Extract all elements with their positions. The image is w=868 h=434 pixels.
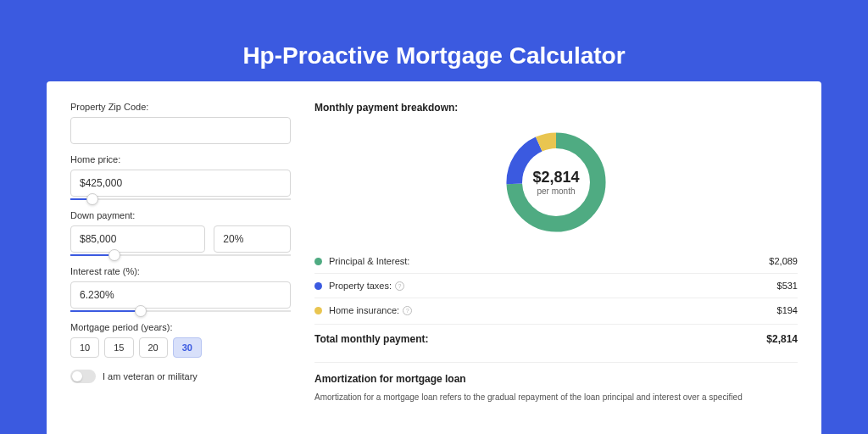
amortization-text: Amortization for a mortgage loan refers …: [314, 392, 798, 403]
page-title: Hp-Proactive Mortgage Calculator: [47, 42, 821, 70]
period-buttons: 10152030: [70, 337, 291, 358]
down-payment-slider[interactable]: [70, 254, 291, 256]
donut-chart: $2,814 per month: [501, 127, 611, 237]
total-label: Total monthly payment:: [314, 333, 766, 345]
legend-dot: [314, 258, 322, 265]
info-icon[interactable]: ?: [403, 306, 412, 315]
divider: [314, 362, 798, 363]
amortization-title: Amortization for mortgage loan: [314, 373, 798, 385]
period-btn-20[interactable]: 20: [139, 337, 168, 358]
total-value: $2,814: [766, 333, 798, 345]
period-label: Mortgage period (years):: [70, 322, 291, 332]
home-price-input[interactable]: [70, 170, 291, 197]
home-price-slider[interactable]: [70, 198, 291, 200]
down-payment-label: Down payment:: [70, 210, 291, 220]
breakdown-title: Monthly payment breakdown:: [314, 102, 798, 114]
legend-row: Principal & Interest:$2,089: [314, 249, 798, 273]
legend-label: Property taxes:?: [329, 281, 777, 291]
veteran-toggle[interactable]: [70, 370, 96, 383]
legend-dot: [314, 282, 322, 290]
legend-dot: [314, 307, 322, 314]
rate-label: Interest rate (%):: [70, 266, 291, 276]
legend-row: Home insurance:?$194: [314, 298, 798, 322]
veteran-label: I am veteran or military: [103, 371, 198, 381]
period-btn-30[interactable]: 30: [173, 337, 202, 358]
home-price-label: Home price:: [70, 154, 291, 164]
period-btn-10[interactable]: 10: [70, 337, 99, 358]
period-btn-15[interactable]: 15: [104, 337, 133, 358]
donut-amount: $2,814: [532, 169, 579, 186]
results-panel: Monthly payment breakdown: $2,814 per mo…: [314, 102, 798, 417]
legend-value: $194: [777, 305, 798, 315]
zip-label: Property Zip Code:: [70, 102, 291, 112]
legend-value: $531: [777, 281, 798, 291]
legend-value: $2,089: [769, 256, 798, 266]
rate-slider[interactable]: [70, 310, 291, 312]
zip-input[interactable]: [70, 117, 291, 144]
rate-input[interactable]: [70, 281, 291, 309]
info-icon[interactable]: ?: [395, 281, 404, 291]
donut-sub: per month: [532, 186, 579, 196]
legend: Principal & Interest:$2,089Property taxe…: [314, 249, 798, 322]
down-payment-pct-input[interactable]: [214, 225, 291, 253]
legend-row: Property taxes:?$531: [314, 273, 798, 298]
legend-label: Principal & Interest:: [329, 256, 769, 266]
down-payment-input[interactable]: [70, 225, 205, 253]
legend-label: Home insurance:?: [329, 305, 777, 315]
calculator-card: Property Zip Code: Home price: Down paym…: [47, 81, 821, 434]
form-panel: Property Zip Code: Home price: Down paym…: [70, 102, 291, 417]
